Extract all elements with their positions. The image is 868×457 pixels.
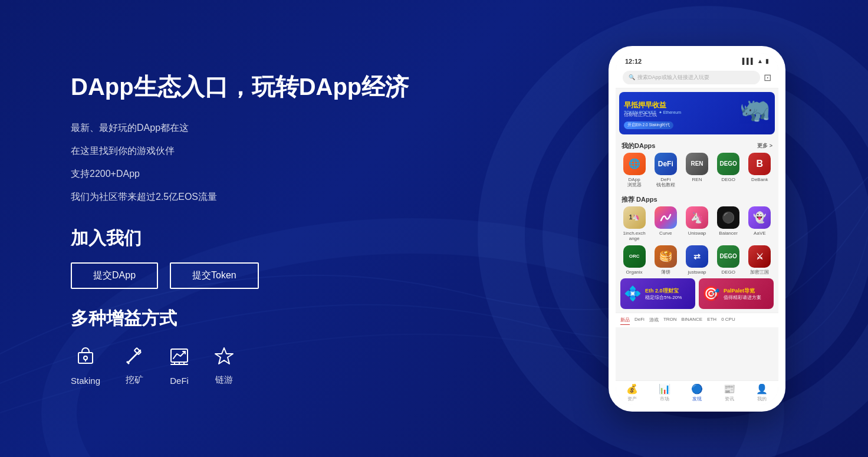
benefit-staking: Staking xyxy=(71,347,100,386)
defi-label: DeFi xyxy=(170,376,189,386)
dapp-justswap-icon: ⇄ xyxy=(686,245,708,268)
svg-point-5 xyxy=(84,356,87,360)
phone-banner[interactable]: TOKEN POCKET ✦ Ethereum 早抵押早收益 信标链正式上线 开… xyxy=(619,92,775,134)
recommend-label: 推荐 DApps xyxy=(622,195,657,204)
dapp-dego2-icon: DEGO xyxy=(717,245,739,268)
phone-notch xyxy=(668,46,726,59)
dapp-debank[interactable]: B DeBank xyxy=(746,153,773,188)
promo-row: 💠 Eth 2.0理财宝 稳定综合5%-20% 🎯 PalPalet导览 值得精… xyxy=(616,278,778,313)
dapp-balancer-icon: ⚫ xyxy=(717,206,739,229)
nav-assets-label: 资产 xyxy=(627,396,637,402)
dapp-defi[interactable]: DeFi DeFi钱包教程 xyxy=(652,153,679,188)
phone-screen: 12:12 ▌▌▌ ▲ ▮ 🔍 搜索DApp或输入链接进入玩耍 ⊡ xyxy=(616,53,778,405)
dapp-dego[interactable]: DEGO DEGO xyxy=(715,153,742,188)
staking-label: Staking xyxy=(71,376,100,386)
search-icon: 🔍 xyxy=(629,74,635,80)
nav-news-label: 资讯 xyxy=(725,396,734,402)
svg-rect-8 xyxy=(134,348,141,354)
feature-item-1: 最新、最好玩的DApp都在这 xyxy=(71,120,561,137)
chaingame-label: 链游 xyxy=(215,374,233,386)
dapp-aave[interactable]: 👻 AaVE xyxy=(746,206,773,242)
dapp-1inch[interactable]: 1🦄 1inch.exchange xyxy=(621,206,648,242)
dapp-ren-name: REN xyxy=(692,177,702,183)
signal-icon: ▌▌▌ xyxy=(742,58,755,64)
dapp-justswap[interactable]: ⇄ justswap xyxy=(683,245,711,275)
cat-tab-new[interactable]: 新品 xyxy=(620,315,630,325)
feature-item-3: 支持2200+DApp xyxy=(71,166,561,183)
market-icon: 📊 xyxy=(659,383,670,394)
dapp-curve[interactable]: Curve xyxy=(652,206,679,242)
more-link[interactable]: 更多 > xyxy=(757,142,772,150)
dapp-game[interactable]: ⚔ 加密三国 xyxy=(746,245,773,275)
phone-search-bar[interactable]: 🔍 搜索DApp或输入链接进入玩耍 ⊡ xyxy=(616,67,778,88)
nav-mine-label: 我的 xyxy=(757,396,767,402)
dapp-balancer[interactable]: ⚫ Balancer xyxy=(715,206,742,242)
phone-search-input[interactable]: 🔍 搜索DApp或输入链接进入玩耍 xyxy=(623,71,760,84)
my-dapps-label: 我的DApps xyxy=(622,142,655,150)
cat-tab-game[interactable]: 游戏 xyxy=(649,315,659,325)
dapp-pancake[interactable]: 🥞 薄饼 xyxy=(652,245,679,275)
promo-text-2: PalPalet导览 值得精彩请进方案 xyxy=(724,287,761,301)
cat-tab-eth[interactable]: ETH xyxy=(707,315,716,325)
my-dapps-row: 🌐 DApp浏览器 DeFi DeFi钱包教程 REN REN DEGO xyxy=(616,153,778,192)
scan-icon[interactable]: ⊡ xyxy=(764,72,771,83)
dapp-browser-icon: 🌐 xyxy=(623,153,646,175)
dapp-curve-name: Curve xyxy=(659,231,672,236)
submit-dapp-button[interactable]: 提交DApp xyxy=(71,262,158,289)
dapp-balancer-name: Balancer xyxy=(719,231,738,236)
battery-icon: ▮ xyxy=(765,58,769,64)
promo-icon-2: 🎯 xyxy=(702,285,720,302)
promo-card-1[interactable]: 💠 Eth 2.0理财宝 稳定综合5%-20% xyxy=(620,278,695,309)
dapp-curve-icon xyxy=(655,206,677,229)
recommend-header: 推荐 DApps xyxy=(616,192,778,206)
mining-label: 挖矿 xyxy=(126,374,143,386)
dapp-organix-name: Organix xyxy=(626,269,643,275)
nav-market-label: 市场 xyxy=(660,396,669,402)
dapp-dego2[interactable]: DEGO DEGO xyxy=(715,245,742,275)
join-title: 加入我们 xyxy=(71,226,561,251)
banner-subtitle: 信标链正式上线 xyxy=(624,111,673,118)
dapp-dego-icon: DEGO xyxy=(717,153,739,175)
dapp-debank-name: DeBank xyxy=(751,177,768,183)
dapp-1inch-icon: 1🦄 xyxy=(623,206,646,229)
dapp-uniswap[interactable]: 🦄 Uniswap xyxy=(683,206,711,242)
promo-title-2: PalPalet导览 xyxy=(724,287,761,295)
promo-card-2[interactable]: 🎯 PalPalet导览 值得精彩请进方案 xyxy=(699,278,774,309)
cat-tab-tron[interactable]: TRON xyxy=(663,315,677,325)
defi-icon xyxy=(169,347,190,371)
dapp-browser[interactable]: 🌐 DApp浏览器 xyxy=(621,153,648,188)
dapp-ren-icon: REN xyxy=(686,153,708,175)
phone-screen-inner: 我的DApps 更多 > 🌐 DApp浏览器 DeFi DeFi钱包教程 xyxy=(616,138,778,380)
banner-title: 早抵押早收益 xyxy=(624,100,673,110)
bottom-nav: 💰 资产 📊 市场 🔵 发现 📰 资讯 xyxy=(616,380,778,405)
main-content: DApp生态入口，玩转DApp经济 最新、最好玩的DApp都在这 在这里找到你的… xyxy=(0,0,868,457)
nav-market[interactable]: 📊 市场 xyxy=(648,383,680,402)
benefit-mining: 挖矿 xyxy=(124,346,145,386)
nav-discover[interactable]: 🔵 发现 xyxy=(680,383,713,402)
dapp-organix[interactable]: ORC Organix xyxy=(621,245,648,275)
cat-tab-defi[interactable]: DeFi xyxy=(634,315,645,325)
dapp-aave-name: AaVE xyxy=(754,231,765,236)
dapp-game-icon: ⚔ xyxy=(748,245,771,268)
discover-icon: 🔵 xyxy=(691,383,703,394)
dapp-dego-name: DEGO xyxy=(721,177,735,183)
dapp-row-3: ORC Organix 🥞 薄饼 ⇄ justswap DEGO xyxy=(616,245,778,279)
feature-item-4: 我们为社区带来超过2.5亿EOS流量 xyxy=(71,189,561,206)
nav-news[interactable]: 📰 资讯 xyxy=(714,383,746,402)
dapp-pancake-icon: 🥞 xyxy=(655,245,677,268)
promo-title-1: Eth 2.0理财宝 xyxy=(645,287,682,295)
my-dapps-header: 我的DApps 更多 > xyxy=(616,138,778,153)
nav-mine[interactable]: 👤 我的 xyxy=(746,383,778,402)
recommend-row: 1🦄 1inch.exchange Curve 🦄 Uniswap xyxy=(616,206,778,245)
cat-tab-cpu[interactable]: 0 CPU xyxy=(721,315,735,325)
nav-assets[interactable]: 💰 资产 xyxy=(616,383,648,402)
dapp-ren[interactable]: REN REN xyxy=(683,153,711,188)
staking-icon xyxy=(75,347,96,371)
cat-tab-binance[interactable]: BINANCE xyxy=(682,315,703,325)
join-section: 加入我们 提交DApp 提交Token xyxy=(71,226,561,289)
phone-section: 12:12 ▌▌▌ ▲ ▮ 🔍 搜索DApp或输入链接进入玩耍 ⊡ xyxy=(597,46,797,412)
submit-token-button[interactable]: 提交Token xyxy=(170,262,259,289)
dapp-defi-name: DeFi钱包教程 xyxy=(656,177,675,188)
banner-button[interactable]: 开启Eth 2.0 Staking时代 xyxy=(624,121,673,129)
main-title: DApp生态入口，玩转DApp经济 xyxy=(71,71,561,102)
